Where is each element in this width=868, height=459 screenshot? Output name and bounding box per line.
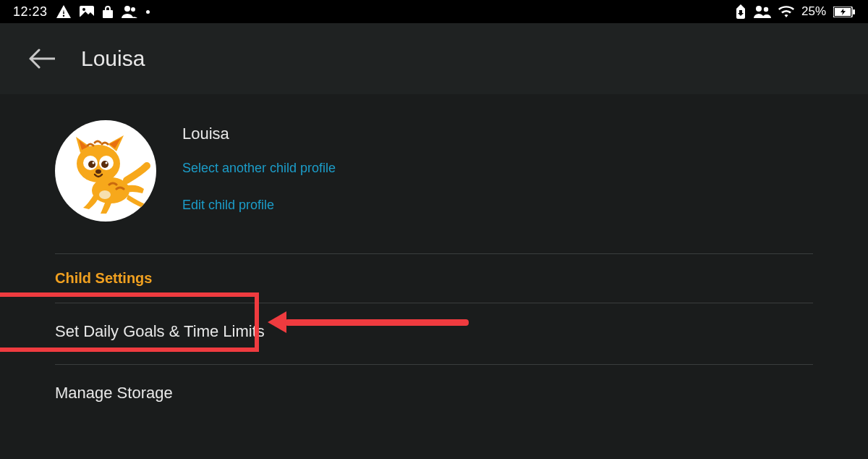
- svg-point-15: [106, 162, 108, 164]
- svg-point-5: [764, 7, 768, 12]
- app-header: Louisa: [0, 23, 868, 94]
- wifi-icon: [778, 6, 794, 17]
- battery-percent: 25%: [801, 4, 826, 19]
- content-area: Louisa Select another child profile Edit…: [0, 94, 868, 459]
- section-label-child-settings: Child Settings: [55, 254, 813, 303]
- profiles-icon: [754, 5, 771, 18]
- svg-point-12: [88, 161, 95, 168]
- svg-point-14: [93, 162, 95, 164]
- status-bar: 12:23 25%: [0, 0, 868, 23]
- warning-icon: [56, 5, 71, 18]
- svg-point-1: [82, 8, 85, 11]
- profile-name: Louisa: [182, 125, 336, 143]
- avatar: [55, 120, 156, 222]
- menu-daily-goals[interactable]: Set Daily Goals & Time Limits: [55, 303, 813, 360]
- svg-point-4: [756, 6, 762, 12]
- menu-manage-storage[interactable]: Manage Storage: [55, 365, 813, 421]
- svg-point-3: [131, 7, 135, 12]
- page-title: Louisa: [81, 46, 145, 71]
- back-button[interactable]: [29, 49, 55, 69]
- profile-row: Louisa Select another child profile Edit…: [55, 120, 813, 253]
- image-icon: [80, 6, 94, 17]
- svg-point-18: [99, 190, 111, 199]
- select-profile-link[interactable]: Select another child profile: [182, 161, 336, 176]
- status-time: 12:23: [13, 4, 48, 20]
- svg-point-2: [124, 6, 130, 12]
- people-icon: [122, 5, 137, 18]
- svg-point-16: [95, 169, 101, 174]
- svg-rect-7: [853, 9, 855, 14]
- battery-icon: [833, 7, 855, 17]
- download-icon: [735, 4, 746, 19]
- lock-icon: [103, 5, 113, 18]
- dot-icon: [146, 10, 150, 14]
- edit-profile-link[interactable]: Edit child profile: [182, 198, 336, 213]
- svg-point-13: [101, 161, 109, 168]
